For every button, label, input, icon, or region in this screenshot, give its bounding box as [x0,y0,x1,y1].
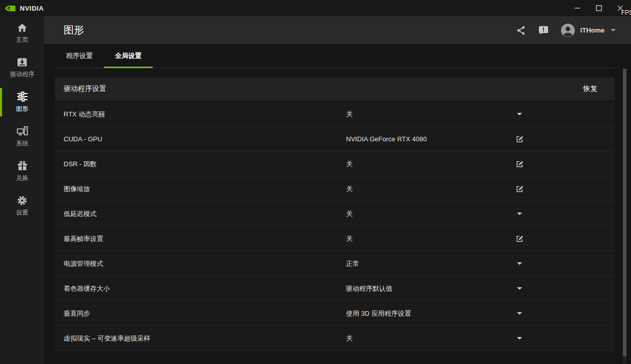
titlebar: NVIDIA [0,0,631,16]
settings-row: CUDA - GPU NVIDIA GeForce RTX 4080 [55,127,615,151]
avatar [561,23,575,38]
setting-control [511,151,528,176]
setting-value: 关 [346,176,353,201]
sidebar-nav: 主页 驱动程序 [0,16,44,364]
edit-icon[interactable] [515,185,524,193]
setting-control [511,226,528,251]
settings-row: 虚拟现实 – 可变速率超级采样 关 [55,326,615,351]
nvidia-app-window: NVIDIA FPS 主页 [0,0,631,364]
sidebar-item-label: 驱动程序 [10,70,35,79]
tab-program-settings[interactable]: 程序设置 [55,44,104,68]
settings-row: 电源管理模式 正常 [55,251,615,276]
setting-value: 关 [346,102,353,127]
setting-label: CUDA - GPU [64,127,102,151]
setting-label: 图像缩放 [64,176,90,201]
settings-row: 图像缩放 关 [55,176,615,201]
gear-icon [17,195,27,206]
tab-global-settings[interactable]: 全局设置 [104,44,153,68]
setting-label: 垂直同步 [64,301,90,326]
setting-label: RTX 动态亮丽 [64,102,105,127]
window-controls [571,0,627,16]
tabstrip: 程序设置 全局设置 [55,44,615,68]
settings-rows: RTX 动态亮丽 关 CUDA - GPU NVIDIA GeForce RTX… [55,102,615,351]
setting-value: 关 [346,326,353,351]
dropdown-caret-icon[interactable] [517,213,522,215]
settings-row: 着色器缓存大小 驱动程序默认值 [55,276,615,301]
setting-control [511,176,528,201]
setting-control [511,127,528,151]
setting-value: 驱动程序默认值 [346,276,392,301]
sidebar-item-redeem[interactable]: 兑换 [0,156,44,187]
dropdown-caret-icon[interactable] [517,262,522,265]
setting-value: 关 [346,201,353,226]
page-title: 图形 [64,23,84,37]
setting-value: 关 [346,151,353,176]
chevron-down-icon [611,29,616,32]
dropdown-caret-icon[interactable] [517,287,522,290]
dropdown-caret-icon[interactable] [517,312,522,315]
sidebar-item-settings[interactable]: 设置 [0,190,44,222]
maximize-button[interactable] [592,2,606,15]
sidebar-item-system[interactable]: 系统 [0,121,44,153]
main-area: 图形 [44,16,631,364]
section-title: 驱动程序设置 [64,84,583,94]
app-title: NVIDIA [20,5,44,12]
minimize-button[interactable] [571,2,584,15]
system-icon [17,126,28,137]
dropdown-caret-icon[interactable] [517,113,522,115]
setting-control [511,251,528,276]
setting-label: 电源管理模式 [64,251,103,276]
setting-control [511,276,528,301]
sidebar-item-label: 图形 [16,105,28,113]
nvidia-logo-icon [5,5,16,12]
settings-row: DSR - 因数 关 [55,151,615,176]
edit-icon[interactable] [515,135,524,143]
dropdown-caret-icon[interactable] [517,337,522,340]
gift-icon [17,160,28,171]
setting-value: 使用 3D 应用程序设置 [346,301,411,326]
section-header: 驱动程序设置 恢复 [55,77,615,102]
sidebar-item-label: 设置 [16,208,28,217]
sliders-icon [17,91,28,102]
edit-icon[interactable] [515,160,524,168]
setting-label: DSR - 因数 [64,151,97,176]
settings-row: RTX 动态亮丽 关 [55,102,615,127]
settings-row: 垂直同步 使用 3D 应用程序设置 [55,301,615,326]
setting-control [511,102,528,127]
driver-settings-panel: 驱动程序设置 恢复 RTX 动态亮丽 关 CUDA - GPU NVIDIA G… [55,77,615,351]
restore-button[interactable]: 恢复 [583,84,597,94]
account-menu[interactable]: ITHome [561,23,616,38]
setting-value: NVIDIA GeForce RTX 4080 [346,127,427,151]
active-indicator [0,88,2,116]
account-name: ITHome [580,26,605,34]
scrollbar-thumb[interactable] [623,69,626,356]
edit-icon[interactable] [515,234,524,243]
settings-row: 低延迟模式 关 [55,201,615,226]
download-icon [17,56,27,68]
feedback-icon[interactable] [538,25,549,35]
sidebar-item-label: 主页 [16,36,28,44]
sidebar-item-label: 兑换 [16,174,28,183]
setting-value: 关 [346,226,353,251]
sidebar-item-home[interactable]: 主页 [0,17,44,49]
settings-row: 最高帧率设置 关 [55,226,615,251]
setting-control [511,301,528,326]
sidebar-item-drivers[interactable]: 驱动程序 [0,52,44,83]
setting-label: 低延迟模式 [64,201,97,226]
setting-label: 着色器缓存大小 [64,276,110,301]
share-icon[interactable] [516,25,526,36]
setting-label: 最高帧率设置 [64,226,103,251]
sidebar-item-graphics[interactable]: 图形 [0,86,44,118]
setting-value: 正常 [346,251,359,276]
setting-label: 虚拟现实 – 可变速率超级采样 [64,326,150,351]
home-icon [17,22,27,33]
header-actions: ITHome [516,16,616,44]
vertical-scrollbar[interactable] [623,69,626,364]
page-header: 图形 [44,16,631,44]
fps-overlay-label: FPS [621,9,631,16]
sidebar-item-label: 系统 [16,139,28,148]
setting-control [511,201,528,226]
setting-control [511,326,528,351]
